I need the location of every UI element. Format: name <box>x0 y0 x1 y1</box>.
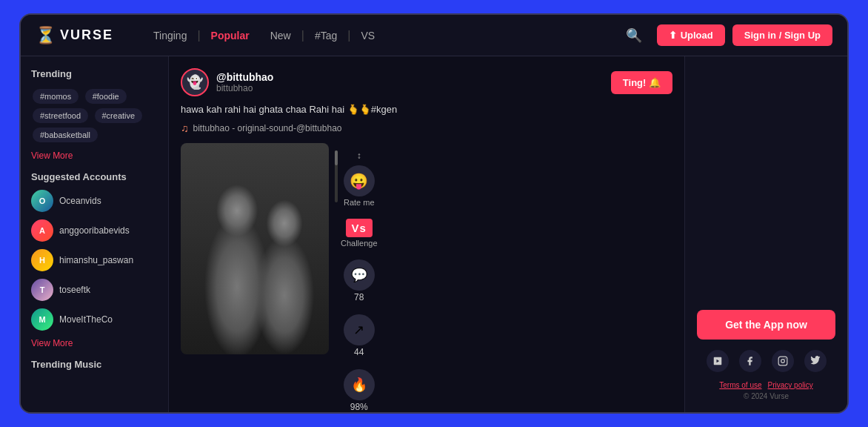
scroll-indicator <box>335 150 338 202</box>
copyright: © 2024 Vurse <box>744 392 789 400</box>
logo: ⏳ VURSE <box>36 26 113 45</box>
facebook-icon[interactable] <box>739 350 761 372</box>
instagram-icon[interactable] <box>772 350 794 372</box>
tag-foodie[interactable]: #foodie <box>85 89 127 104</box>
logo-text: VURSE <box>60 27 113 43</box>
account-oceanvids[interactable]: O Oceanvids <box>31 190 158 212</box>
upload-icon: ⬆ <box>669 30 677 41</box>
account-name-toseef: toseeftk <box>59 285 90 295</box>
post-header: 👻 @bittubhao bittubhao Ting! 🔔 <box>181 68 672 96</box>
signin-button[interactable]: Sign in / Sign Up <box>732 24 832 46</box>
action-shares: ↗ 44 <box>344 314 375 357</box>
share-icon-circle[interactable]: ↗ <box>344 314 375 345</box>
trending-music-title: Trending Music <box>31 359 158 370</box>
post-handle: bittubhao <box>216 83 273 93</box>
privacy-link[interactable]: Privacy policy <box>768 381 813 389</box>
post-caption: hawa kah rahi hai ghata chaa Rahi hai 🫰🫰… <box>181 104 672 115</box>
share-icon: ↗ <box>353 322 364 338</box>
suggested-accounts-title: Suggested Accounts <box>31 171 158 182</box>
account-angoo[interactable]: A anggooribabevids <box>31 219 158 242</box>
account-himanshu[interactable]: H himanshu_paswan <box>31 249 158 271</box>
avatar-oceanvids: O <box>31 190 53 212</box>
comments-count: 78 <box>354 292 364 302</box>
fire-count: 98% <box>350 402 368 412</box>
main-content: Trending #momos #foodie #streetfood #cre… <box>21 56 847 412</box>
account-toseef[interactable]: T toseeftk <box>31 279 158 301</box>
rate-me-emoji: 😛 <box>350 172 368 190</box>
nav-tinging[interactable]: Tinging <box>143 30 197 42</box>
rate-me-label: Rate me <box>344 198 375 207</box>
account-name-moveit: MoveItTheCo <box>59 314 113 325</box>
view-more-accounts[interactable]: View More <box>31 338 158 348</box>
tag-streetfood[interactable]: #streetfood <box>33 108 88 123</box>
post-sound: ♫ bittubhao - original-sound-@bittubhao <box>181 122 672 134</box>
action-rate-me: ↕ 😛 Rate me <box>344 150 375 207</box>
account-name-angoo: anggooribabevids <box>59 225 130 236</box>
challenge-label: Challenge <box>341 239 378 248</box>
svg-point-1 <box>781 360 784 363</box>
fire-icon: 🔥 <box>351 377 367 393</box>
get-app-button[interactable]: Get the App now <box>697 310 835 340</box>
twitter-icon[interactable] <box>804 350 827 372</box>
trending-tags: #momos #foodie #streetfood #creative #ba… <box>31 87 158 145</box>
avatar-moveit: M <box>31 308 53 331</box>
fire-icon-circle[interactable]: 🔥 <box>344 369 375 400</box>
sidebar: Trending #momos #foodie #streetfood #cre… <box>21 56 169 412</box>
shares-count: 44 <box>354 347 364 357</box>
ting-button[interactable]: Ting! 🔔 <box>611 71 672 94</box>
comments-icon: 💬 <box>351 267 367 283</box>
right-panel: Get the App now Terms of use Privacy pol… <box>684 56 847 412</box>
video-row: ↕ 😛 Rate me Vs Challenge <box>181 143 672 412</box>
rate-me-icon-circle[interactable]: 😛 <box>344 165 375 196</box>
nav: Tinging | Popular New | #Tag | VS 🔍 <box>143 27 650 44</box>
social-icons <box>707 350 827 372</box>
sound-label: bittubhao - original-sound-@bittubhao <box>193 123 342 133</box>
music-icon: ♫ <box>181 122 189 134</box>
post-user: 👻 @bittubhao bittubhao <box>181 68 273 96</box>
scroll-thumb <box>335 150 338 165</box>
action-fire: 🔥 98% <box>344 369 375 412</box>
post-user-info: @bittubhao bittubhao <box>216 71 273 93</box>
video-thumbnail[interactable] <box>181 143 329 354</box>
terms-link[interactable]: Terms of use <box>719 381 761 389</box>
nav-popular[interactable]: Popular <box>201 30 260 42</box>
tag-momos[interactable]: #momos <box>33 89 79 104</box>
upload-button[interactable]: ⬆ Upload <box>657 24 725 46</box>
svg-rect-0 <box>778 357 787 365</box>
search-icon[interactable]: 🔍 <box>618 27 650 44</box>
nav-tag[interactable]: #Tag <box>304 30 347 42</box>
nav-new[interactable]: New <box>260 30 301 42</box>
youtube-icon[interactable] <box>707 350 729 372</box>
header: ⏳ VURSE Tinging | Popular New | #Tag | V… <box>21 15 847 56</box>
logo-icon: ⏳ <box>36 26 56 45</box>
nav-vs[interactable]: VS <box>350 30 385 42</box>
footer-links: Terms of use Privacy policy <box>719 381 812 389</box>
view-more-trending[interactable]: View More <box>31 150 158 161</box>
header-actions: ⬆ Upload Sign in / Sign Up <box>657 24 832 46</box>
vs-badge[interactable]: Vs <box>346 219 373 237</box>
arrows-up-down: ↕ <box>357 150 361 161</box>
avatar-himanshu: H <box>31 249 53 271</box>
post-username: @bittubhao <box>216 71 273 83</box>
comments-icon-circle[interactable]: 💬 <box>344 259 375 291</box>
svg-point-2 <box>784 358 785 359</box>
video-content <box>181 143 329 354</box>
feed: 👻 @bittubhao bittubhao Ting! 🔔 hawa kah … <box>169 56 684 412</box>
post-avatar: 👻 <box>181 68 209 96</box>
avatar-angoo: A <box>31 219 53 242</box>
action-challenge: Vs Challenge <box>341 219 378 248</box>
account-name-himanshu: himanshu_paswan <box>59 255 133 265</box>
trending-title: Trending <box>31 68 158 79</box>
account-name-oceanvids: Oceanvids <box>59 196 101 206</box>
action-comments: 💬 78 <box>344 259 375 302</box>
account-moveit[interactable]: M MoveItTheCo <box>31 308 158 331</box>
tag-creative[interactable]: #creative <box>95 108 143 123</box>
avatar-toseef: T <box>31 279 53 301</box>
tag-babasketball[interactable]: #babasketball <box>33 128 98 142</box>
